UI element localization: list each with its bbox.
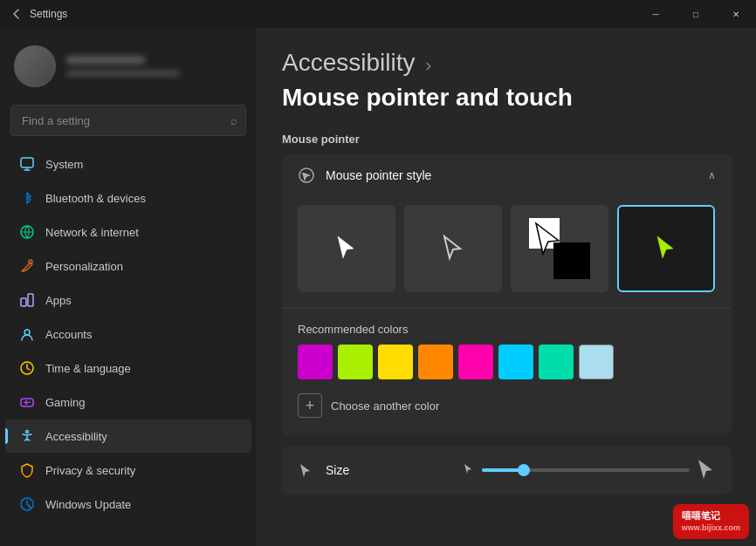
network-icon <box>19 224 35 240</box>
accessibility-icon <box>19 428 35 444</box>
color-swatch-1[interactable] <box>338 345 373 379</box>
back-icon[interactable] <box>10 8 23 20</box>
user-profile <box>0 35 257 101</box>
avatar <box>14 45 56 87</box>
svg-point-9 <box>26 431 29 433</box>
sidebar-item-label-network: Network & internet <box>45 226 139 239</box>
pointer-style-custom[interactable] <box>617 205 715 292</box>
privacy-icon <box>19 462 35 478</box>
sidebar-item-label-personalization: Personalization <box>45 260 123 273</box>
titlebar-controls: ─ □ ✕ <box>636 0 756 28</box>
size-cursor-icon <box>298 461 315 479</box>
sidebar-item-accounts[interactable]: Accounts <box>5 317 251 351</box>
sidebar-item-apps[interactable]: Apps <box>5 283 251 317</box>
sidebar-item-label-accessibility: Accessibility <box>45 430 107 443</box>
color-swatch-3[interactable] <box>418 345 453 379</box>
choose-color-button[interactable]: + Choose another color <box>298 388 716 423</box>
cursor-small-icon <box>463 462 475 478</box>
sidebar-item-label-accounts: Accounts <box>45 328 92 341</box>
sidebar-item-time[interactable]: Time & language <box>5 351 251 385</box>
titlebar-title: Settings <box>30 8 67 20</box>
sidebar-item-windows-update[interactable]: Windows Update <box>5 488 251 521</box>
color-swatches <box>298 345 716 379</box>
pointer-style-card: Mouse pointer style ∧ <box>282 154 732 435</box>
search-icon: ⌕ <box>230 114 237 127</box>
titlebar: Settings ─ □ ✕ <box>0 0 756 28</box>
svg-rect-3 <box>21 298 26 306</box>
cursor-outline-icon <box>441 233 465 264</box>
sidebar-item-label-privacy: Privacy & security <box>45 464 135 477</box>
windows-update-icon <box>19 496 35 512</box>
sidebar-item-label-gaming: Gaming <box>45 396 86 409</box>
bluetooth-icon <box>19 190 35 206</box>
sidebar-item-network[interactable]: Network & internet <box>5 215 251 249</box>
color-swatch-5[interactable] <box>498 345 533 379</box>
size-row: Size <box>298 458 716 482</box>
svg-point-5 <box>24 330 30 335</box>
close-button[interactable]: ✕ <box>716 0 756 28</box>
cursor-large-icon <box>697 458 716 482</box>
card-header-left: Mouse pointer style <box>298 167 431 184</box>
system-icon <box>19 156 35 172</box>
sidebar-item-gaming[interactable]: Gaming <box>5 386 251 419</box>
breadcrumb-parent: Accessibility <box>282 49 415 77</box>
sidebar-item-label-bluetooth: Bluetooth & devices <box>45 192 146 205</box>
size-slider-thumb[interactable] <box>518 464 530 476</box>
sidebar-item-system[interactable]: System <box>5 147 251 181</box>
plus-icon: + <box>298 393 322 418</box>
pointer-style-card-header[interactable]: Mouse pointer style ∧ <box>282 154 732 196</box>
colors-label: Recommended colors <box>298 323 716 336</box>
time-icon <box>19 360 35 376</box>
pointer-style-bw[interactable] <box>511 205 608 292</box>
titlebar-left: Settings <box>10 8 67 20</box>
svg-point-8 <box>29 401 31 403</box>
sidebar-item-label-time: Time & language <box>45 362 131 375</box>
watermark: 嘻嘻笔记 www.bijixx.com <box>673 504 749 539</box>
color-swatch-2[interactable] <box>378 345 413 379</box>
svg-rect-0 <box>21 158 33 167</box>
sidebar-item-accessibility[interactable]: Accessibility <box>5 420 251 453</box>
pointer-styles <box>282 196 732 308</box>
accounts-icon <box>19 326 35 342</box>
size-card: Size <box>282 446 732 495</box>
svg-rect-4 <box>28 294 33 306</box>
chevron-up-icon: ∧ <box>708 169 716 181</box>
user-subtitle <box>66 70 180 77</box>
cursor-white-icon <box>334 233 359 264</box>
svg-point-2 <box>29 260 32 263</box>
sidebar: ⌕ System Bluetooth & devices Network & <box>0 28 258 546</box>
color-swatch-4[interactable] <box>458 345 493 379</box>
maximize-button[interactable]: □ <box>676 0 716 28</box>
search-box: ⌕ <box>10 105 246 136</box>
pointer-style-white[interactable] <box>298 205 395 292</box>
pointer-style-card-title: Mouse pointer style <box>326 168 431 182</box>
color-swatch-0[interactable] <box>298 345 333 379</box>
personalization-icon <box>19 258 35 274</box>
user-info <box>66 56 243 77</box>
size-label: Size <box>326 463 452 477</box>
nav-items: System Bluetooth & devices Network & int… <box>0 143 257 546</box>
colors-section: Recommended colors + Choose another colo <box>282 308 732 435</box>
main-content: Accessibility › Mouse pointer and touch … <box>258 28 756 546</box>
search-input[interactable] <box>10 105 246 136</box>
gaming-icon <box>19 394 35 410</box>
color-swatch-6[interactable] <box>539 345 574 379</box>
apps-icon <box>19 292 35 308</box>
sidebar-item-privacy[interactable]: Privacy & security <box>5 454 251 487</box>
page-header: Accessibility › Mouse pointer and touch <box>282 49 732 112</box>
pointer-style-outline[interactable] <box>404 205 502 292</box>
sidebar-item-label-apps: Apps <box>45 294 72 307</box>
color-swatch-7[interactable] <box>579 345 614 379</box>
minimize-button[interactable]: ─ <box>636 0 676 28</box>
sidebar-item-personalization[interactable]: Personalization <box>5 249 251 283</box>
app-body: ⌕ System Bluetooth & devices Network & <box>0 28 756 546</box>
sidebar-item-bluetooth[interactable]: Bluetooth & devices <box>5 181 251 215</box>
size-slider-track <box>482 468 690 472</box>
pointer-style-card-icon <box>298 167 315 184</box>
cursor-bw-box <box>529 218 590 279</box>
breadcrumb-separator: › <box>425 55 431 75</box>
size-slider-area <box>463 458 716 482</box>
sidebar-item-label-windows-update: Windows Update <box>45 498 131 511</box>
section-label: Mouse pointer <box>282 133 732 146</box>
choose-color-label: Choose another color <box>331 399 439 413</box>
